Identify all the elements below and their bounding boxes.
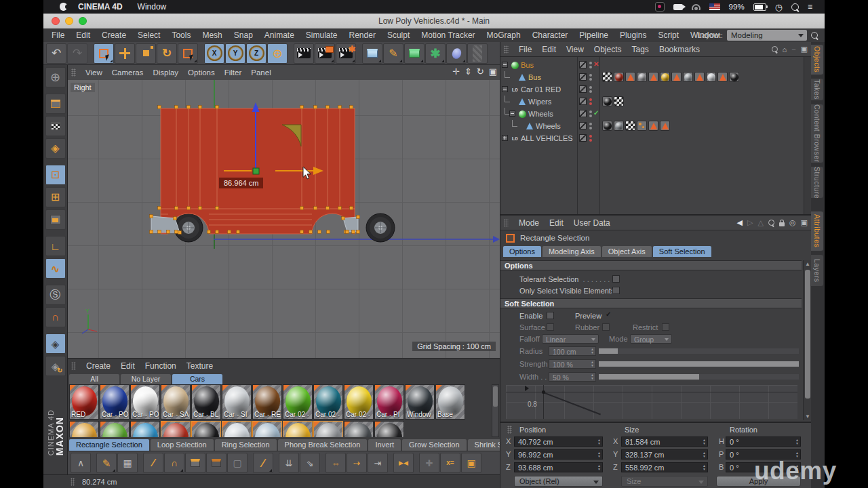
- size-mode-dropdown[interactable]: Size: [621, 476, 708, 487]
- target-icon[interactable]: ◎: [789, 218, 796, 227]
- expander-minus-icon[interactable]: [502, 86, 508, 92]
- model-mode-icon[interactable]: [45, 94, 66, 114]
- add-primitive-icon[interactable]: [362, 43, 382, 64]
- extrude-icon[interactable]: [185, 453, 205, 473]
- viewport-menu-filter[interactable]: Filter: [224, 68, 242, 77]
- strength-slider[interactable]: [599, 361, 799, 367]
- polygons-mode-icon[interactable]: [45, 209, 66, 230]
- dots-tag-icon[interactable]: [637, 121, 647, 131]
- object-label[interactable]: Bus: [528, 73, 541, 81]
- visibility-toggle[interactable]: [579, 98, 587, 105]
- menu-tools[interactable]: Tools: [172, 30, 191, 40]
- tool-tab-invert[interactable]: Invert: [368, 439, 401, 451]
- object-label[interactable]: Bus: [521, 61, 534, 69]
- minus-icon[interactable]: −: [791, 45, 795, 54]
- material-swatch[interactable]: Car - RE: [252, 384, 282, 420]
- menu-pipeline[interactable]: Pipeline: [579, 30, 608, 40]
- minimize-window-button[interactable]: [65, 17, 73, 25]
- zoom-window-button[interactable]: [79, 17, 87, 25]
- radius-slider[interactable]: [599, 348, 799, 354]
- tool-tab-phong-break-selection[interactable]: Phong Break Selection: [278, 439, 368, 451]
- side-tab-structure[interactable]: Structure: [811, 167, 823, 198]
- side-tab-objects[interactable]: Objects: [811, 45, 823, 75]
- tab-modeling-axis[interactable]: Modeling Axis: [542, 246, 601, 257]
- edges-mode-icon[interactable]: ⊞: [45, 187, 66, 207]
- material-swatch[interactable]: [161, 421, 191, 438]
- tolerant-selection-checkbox[interactable]: [612, 275, 620, 283]
- panel-grip[interactable]: [504, 45, 509, 54]
- object-label[interactable]: Wheels: [536, 122, 561, 130]
- panel-grip[interactable]: [71, 478, 75, 486]
- object-row[interactable]: L0ALL VEHICLES: [500, 132, 812, 144]
- coordinate-mode-dropdown[interactable]: Object (Rel): [514, 476, 603, 487]
- sphere-tag-icon[interactable]: [614, 72, 624, 82]
- knife-icon[interactable]: ∕: [253, 453, 273, 473]
- view-globe-icon[interactable]: ⊕: [45, 67, 66, 87]
- width-field[interactable]: 50 %▲▼: [549, 372, 596, 382]
- visibility-toggle[interactable]: [579, 134, 587, 142]
- tri-tag-icon[interactable]: [717, 72, 728, 82]
- object-row[interactable]: Wipers: [500, 96, 812, 108]
- move-icon[interactable]: [115, 43, 135, 64]
- menu-animate[interactable]: Animate: [264, 30, 294, 40]
- mac-menu-window[interactable]: Window: [138, 2, 167, 12]
- material-scrollbar[interactable]: [492, 384, 499, 437]
- viewport-menu-options[interactable]: Options: [188, 68, 215, 77]
- size-y-field[interactable]: 328.137 cm▲▼: [621, 449, 708, 460]
- expander-minus-icon[interactable]: [502, 62, 508, 68]
- side-tab-content-browser[interactable]: Content Browser: [811, 104, 823, 163]
- om-menu-tags[interactable]: Tags: [632, 45, 649, 54]
- sphere-tag-icon[interactable]: [602, 121, 612, 131]
- tri-tag-icon[interactable]: [660, 121, 670, 131]
- sphere-tag-icon[interactable]: [614, 121, 624, 131]
- disconnect-icon[interactable]: ⇊: [279, 453, 299, 473]
- maximize-icon[interactable]: ▣: [489, 66, 497, 77]
- tri-tag-icon[interactable]: [648, 121, 658, 131]
- viewport-menu-panel[interactable]: Panel: [251, 68, 271, 77]
- visibility-dots[interactable]: [589, 110, 592, 117]
- coordinate-system-icon[interactable]: ⊕: [267, 43, 288, 64]
- magnet-tool-icon[interactable]: ∩: [164, 453, 184, 473]
- material-swatch[interactable]: Car - SA: [161, 384, 191, 420]
- forward-icon[interactable]: ▷: [747, 218, 753, 227]
- add-spline-icon[interactable]: ✎: [383, 43, 403, 64]
- material-swatch[interactable]: Car - BL: [191, 384, 221, 420]
- sphere-tag-icon[interactable]: [637, 72, 647, 82]
- search-icon[interactable]: [772, 46, 778, 52]
- mat-menu-create[interactable]: Create: [86, 361, 111, 371]
- visibility-dots[interactable]: [589, 135, 592, 142]
- add-mograph-icon[interactable]: ✱: [425, 43, 446, 64]
- material-swatch[interactable]: Car - SI: [222, 384, 252, 420]
- lock-x-icon[interactable]: X: [204, 43, 224, 64]
- om-menu-file[interactable]: File: [519, 45, 532, 54]
- snap-icon[interactable]: Ⓢ: [45, 285, 66, 305]
- frame-icon[interactable]: ▣: [801, 218, 808, 227]
- material-swatch[interactable]: [252, 421, 282, 438]
- surface-checkbox[interactable]: [547, 323, 554, 331]
- visibility-toggle[interactable]: [579, 61, 587, 68]
- material-swatch[interactable]: RED: [69, 384, 99, 420]
- panel-grip[interactable]: [71, 68, 76, 77]
- soft-selection-section-header[interactable]: Soft Selection: [500, 298, 802, 308]
- rotate-view-icon[interactable]: ↻: [477, 66, 484, 77]
- rotation-h-field[interactable]: 0 °▲▼: [726, 436, 801, 447]
- menu-plugins[interactable]: Plugins: [620, 30, 646, 40]
- visible-elements-checkbox[interactable]: [612, 287, 620, 294]
- home-icon[interactable]: ⌂: [783, 45, 787, 54]
- object-row[interactable]: Bus✕: [500, 59, 812, 71]
- panel-grip[interactable]: [507, 426, 512, 434]
- mat-menu-function[interactable]: Function: [145, 361, 176, 371]
- viewport-menu-display[interactable]: Display: [153, 68, 178, 77]
- om-menu-bookmarks[interactable]: Bookmarks: [659, 45, 700, 54]
- size-x-field[interactable]: 81.584 cm▲▼: [621, 436, 708, 447]
- tri-tag-icon[interactable]: [694, 72, 705, 82]
- checker-tag-icon[interactable]: [602, 72, 612, 82]
- radius-field[interactable]: 100 cm▲▼: [549, 346, 596, 356]
- material-swatch[interactable]: Car - PO: [100, 384, 130, 420]
- axis-extrude-icon[interactable]: ▣: [461, 453, 481, 473]
- menu-select[interactable]: Select: [138, 30, 160, 40]
- render-settings-icon[interactable]: ✱: [336, 43, 356, 64]
- stitch-icon[interactable]: ✚: [419, 453, 439, 473]
- subdivide-icon[interactable]: ▦: [117, 453, 138, 473]
- panel-grip[interactable]: [504, 219, 509, 227]
